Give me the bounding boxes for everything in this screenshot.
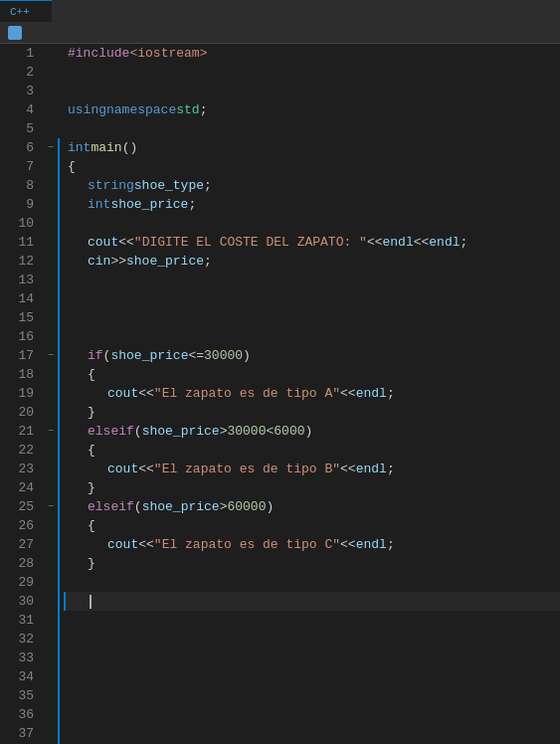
code-line [64,327,560,346]
code-line: { [64,365,560,384]
line-number: 22 [0,441,34,460]
line-number: 6 [0,138,34,157]
line-number: 16 [0,327,34,346]
code-line: cout << "El zapato es de tipo A" << endl… [64,384,560,403]
line-number: 21 [0,422,34,441]
fold-indicator [42,100,60,119]
line-number: 4 [0,100,34,119]
code-line: cin >> shoe_price; [64,252,560,271]
menu-left [8,26,26,40]
code-line: cout << "DIGITE EL COSTE DEL ZAPATO: " <… [64,233,560,252]
code-line: cout << "El zapato es de tipo C" << endl… [64,535,560,554]
line-number: 2 [0,63,34,82]
line-number: 25 [0,497,34,516]
fold-gutter: −−−− [42,44,60,744]
line-number: 19 [0,384,34,403]
line-number: 24 [0,478,34,497]
file-tab[interactable]: C++ [0,0,52,22]
code-line [64,649,560,667]
line-number: 5 [0,119,34,138]
code-line: string shoe_type; [64,176,560,195]
code-line [64,724,560,743]
cpp-icon: C++ [10,6,30,18]
line-number: 17 [0,346,34,365]
fold-indicator [42,44,60,63]
code-line: else if (shoe_price > 30000 < 6000) [64,422,560,441]
code-line: } [64,554,560,573]
line-numbers: 1234567891011121314151617181920212223242… [0,44,42,744]
code-line [64,289,560,308]
line-number: 27 [0,535,34,554]
line-number: 31 [0,611,34,630]
line-number: 37 [0,724,34,743]
line-number: 8 [0,176,34,195]
code-line: int shoe_price; [64,195,560,214]
line-number: 20 [0,403,34,422]
line-number: 10 [0,214,34,233]
code-line: { [64,157,560,176]
code-line [64,630,560,649]
file-icon [8,26,22,40]
code-line [64,686,560,705]
code-line [64,82,560,100]
code-line [64,573,560,592]
line-number: 32 [0,630,34,649]
line-number: 1 [0,44,34,63]
line-number: 7 [0,157,34,176]
code-line: } [64,478,560,497]
line-number: 12 [0,252,34,271]
line-number: 18 [0,365,34,384]
code-line [64,271,560,289]
fold-indicator [42,63,60,82]
line-number: 26 [0,516,34,535]
line-number: 30 [0,592,34,611]
code-line: } [64,403,560,422]
line-number: 35 [0,686,34,705]
line-number: 14 [0,289,34,308]
line-number: 15 [0,308,34,327]
code-line [64,705,560,724]
code-line: if (shoe_price <= 30000) [64,346,560,365]
line-number: 23 [0,460,34,478]
code-line [64,592,560,611]
line-number: 36 [0,705,34,724]
code-line: else if (shoe_price > 60000) [64,497,560,516]
code-line [64,667,560,686]
code-line [64,214,560,233]
code-line [64,63,560,82]
menu-bar [0,22,560,44]
line-number: 29 [0,573,34,592]
line-number: 3 [0,82,34,100]
code-line [64,308,560,327]
fold-indicator [42,119,60,138]
code-line [64,119,560,138]
code-line: { [64,516,560,535]
code-line: #include <iostream> [64,44,560,63]
line-number: 33 [0,649,34,667]
code-line [64,611,560,630]
editor: 1234567891011121314151617181920212223242… [0,44,560,744]
line-number: 11 [0,233,34,252]
line-number: 13 [0,271,34,289]
code-area[interactable]: #include <iostream>using namespace std;i… [60,44,560,744]
code-line: cout << "El zapato es de tipo B" << endl… [64,460,560,478]
code-line: int main() [64,138,560,157]
code-line: { [64,441,560,460]
line-number: 9 [0,195,34,214]
line-number: 34 [0,667,34,686]
title-bar: C++ [0,0,560,22]
line-number: 28 [0,554,34,573]
fold-indicator [42,82,60,100]
code-line: using namespace std; [64,100,560,119]
